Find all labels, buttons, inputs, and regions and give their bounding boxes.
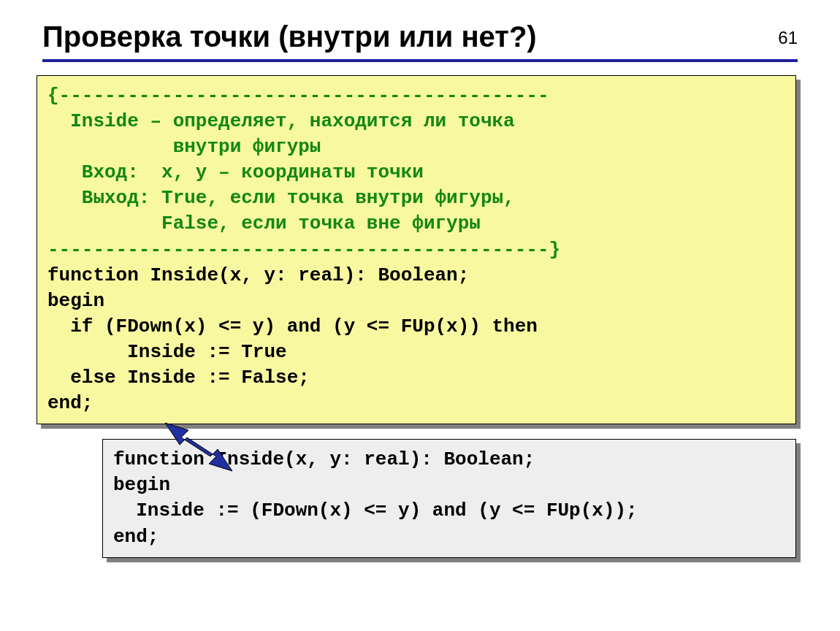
title-underline <box>42 59 798 62</box>
code-comment: {---------------------------------------… <box>47 85 560 261</box>
code-box-main: {---------------------------------------… <box>37 75 796 424</box>
code-body-1: function Inside(x, y: real): Boolean; be… <box>47 264 538 414</box>
code-box-short: function Inside(x, y: real): Boolean; be… <box>102 439 796 557</box>
slide-title: Проверка точки (внутри или нет?) <box>42 20 798 53</box>
code-body-2: function Inside(x, y: real): Boolean; be… <box>113 448 638 547</box>
page-number: 61 <box>778 28 798 48</box>
